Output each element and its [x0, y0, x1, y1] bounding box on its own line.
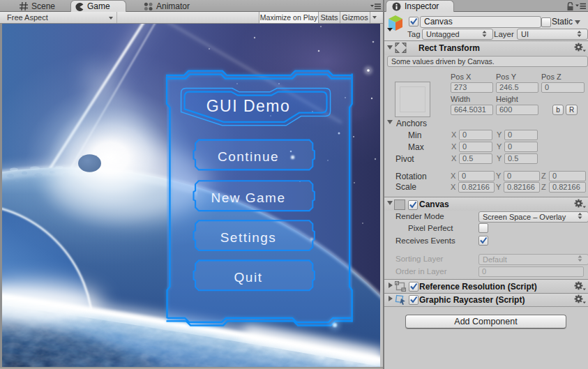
svg-text:Settings: Settings: [220, 230, 277, 245]
svg-text:Continue: Continue: [218, 149, 279, 164]
svg-text:GUI Demo: GUI Demo: [206, 97, 291, 115]
svg-text:Quit: Quit: [234, 270, 263, 285]
svg-text:New Game: New Game: [211, 190, 285, 205]
